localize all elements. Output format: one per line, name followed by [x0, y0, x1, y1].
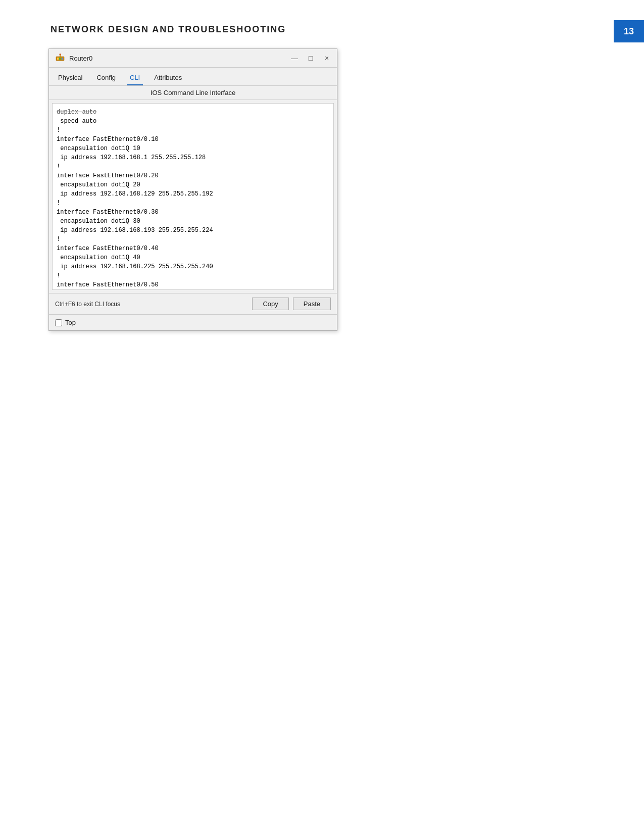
cli-line: ip address 192.168.168.1 255.255.255.128 [57, 153, 329, 162]
cli-line: ! [57, 199, 329, 208]
ios-heading: IOS Command Line Interface [49, 86, 337, 100]
cli-hint-text: Ctrl+F6 to exit CLI focus [55, 301, 120, 308]
svg-point-5 [60, 54, 61, 55]
window-title-text: Router0 [69, 55, 92, 62]
svg-rect-3 [62, 58, 63, 60]
tab-cli[interactable]: CLI [127, 72, 143, 85]
cli-line: encapsulation dot1Q 10 [57, 144, 329, 153]
svg-rect-1 [57, 58, 59, 60]
page-number-badge: 13 [614, 20, 644, 42]
cli-terminal[interactable]: duplex auto speed auto!interface FastEth… [52, 103, 334, 290]
window-controls: — □ × [290, 54, 331, 62]
tab-attributes[interactable]: Attributes [151, 72, 185, 85]
page-number: 13 [624, 26, 634, 37]
cli-line: interface FastEthernet0/0.20 [57, 171, 329, 180]
cli-line: encapsulation dot1Q 40 [57, 253, 329, 262]
svg-rect-2 [59, 58, 61, 60]
cli-line: interface FastEthernet0/0.40 [57, 244, 329, 253]
top-checkbox[interactable] [55, 319, 62, 326]
bottom-bar: Ctrl+F6 to exit CLI focus Copy Paste [49, 293, 337, 314]
router-window: Router0 — □ × Physical Config CLI Attrib… [48, 48, 337, 331]
cli-line: duplex auto [57, 108, 329, 117]
cli-line: encapsulation dot1Q 20 [57, 180, 329, 189]
bottom-buttons: Copy Paste [252, 298, 331, 310]
cli-line: ! [57, 271, 329, 280]
page-title: NETWORK DESIGN AND TROUBLESHOOTING [51, 24, 286, 35]
tab-config[interactable]: Config [93, 72, 119, 85]
cli-line: encapsulation dot1Q 30 [57, 217, 329, 226]
cli-line: ip address 192.168.168.193 255.255.255.2… [57, 226, 329, 235]
cli-line: speed auto [57, 117, 329, 126]
copy-button[interactable]: Copy [252, 298, 288, 310]
minimize-button[interactable]: — [290, 54, 299, 62]
cli-line: ! [57, 235, 329, 244]
paste-button[interactable]: Paste [293, 298, 331, 310]
window-titlebar-left: Router0 [55, 53, 92, 63]
cli-line: interface FastEthernet0/0.10 [57, 135, 329, 144]
tab-physical[interactable]: Physical [55, 72, 85, 85]
cli-line: interface FastEthernet0/0.50 [57, 280, 329, 289]
cli-line: ! [57, 162, 329, 171]
cli-line: ! [57, 126, 329, 135]
top-checkbox-area: Top [49, 314, 337, 330]
cli-line: interface FastEthernet0/0.30 [57, 208, 329, 217]
tab-bar: Physical Config CLI Attributes [49, 68, 337, 86]
cli-line: ip address 192.168.168.129 255.255.255.1… [57, 189, 329, 199]
maximize-button[interactable]: □ [307, 54, 315, 62]
window-titlebar: Router0 — □ × [49, 49, 337, 68]
cli-line: ip address 192.168.168.225 255.255.255.2… [57, 262, 329, 271]
close-button[interactable]: × [323, 54, 331, 62]
top-label: Top [65, 319, 76, 326]
router-icon [55, 53, 65, 63]
cli-line: encapsulation dot1Q 50 [57, 289, 329, 290]
